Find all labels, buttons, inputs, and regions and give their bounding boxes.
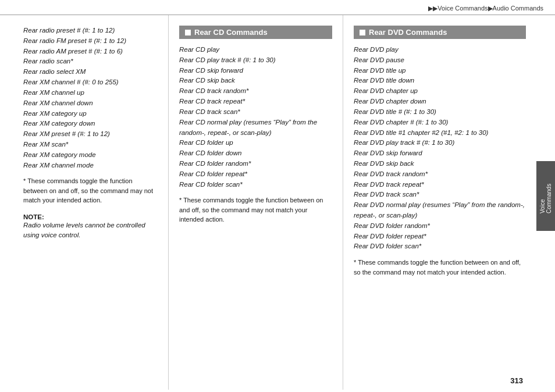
list-item: Rear CD skip forward <box>179 66 332 76</box>
list-item: Rear CD track random* <box>179 86 332 97</box>
list-item: Rear CD track scan* <box>179 107 332 117</box>
left-command-list: Rear radio preset # (#: 1 to 12)Rear rad… <box>23 26 158 170</box>
list-item: Rear DVD chapter # (#: 1 to 30) <box>354 117 526 128</box>
list-item: Rear DVD pause <box>354 55 526 66</box>
list-item: Rear XM category up <box>23 109 158 119</box>
list-item: Rear DVD skip forward <box>354 148 526 159</box>
list-item: Rear XM channel up <box>23 88 158 98</box>
rear-cd-section-title: Rear CD Commands <box>194 28 268 37</box>
list-item: Rear CD play <box>179 45 332 55</box>
list-item: Rear DVD skip back <box>354 159 526 169</box>
list-item: Rear CD folder down <box>179 148 332 159</box>
note-block: NOTE: Radio volume levels cannot be cont… <box>23 213 158 241</box>
rear-dvd-section-title: Rear DVD Commands <box>369 28 447 37</box>
list-item: Rear radio FM preset # (#: 1 to 12) <box>23 36 158 47</box>
rear-dvd-section-header: Rear DVD Commands <box>354 26 526 39</box>
list-item: Rear radio preset # (#: 1 to 12) <box>23 26 158 36</box>
section-header-square-dvd <box>360 30 365 35</box>
list-item: Rear DVD play <box>354 45 526 55</box>
list-item: Rear CD play track # (#: 1 to 30) <box>179 55 332 66</box>
middle-footnote: * These commands toggle the function bet… <box>179 195 332 224</box>
list-item: Rear DVD folder random* <box>354 221 526 231</box>
right-column: Rear DVD Commands Rear DVD playRear DVD … <box>343 15 555 390</box>
list-item: Rear CD folder scan* <box>179 180 332 190</box>
list-item: Rear CD normal play (resumes “Play” from… <box>179 117 332 138</box>
page-number: 313 <box>510 376 523 385</box>
list-item: Rear DVD normal play (resumes “Play” fro… <box>354 200 526 221</box>
left-column: Rear radio preset # (#: 1 to 12)Rear rad… <box>0 15 169 390</box>
note-text: Radio volume levels cannot be controlled… <box>23 220 158 241</box>
list-item: Rear CD folder up <box>179 138 332 148</box>
list-item: Rear DVD title # (#: 1 to 30) <box>354 107 526 117</box>
list-item: Rear XM scan* <box>23 140 158 150</box>
top-header: ▶▶Voice Commands▶Audio Commands <box>0 0 555 15</box>
breadcrumb: ▶▶Voice Commands▶Audio Commands <box>428 5 543 12</box>
list-item: Rear DVD chapter up <box>354 86 526 97</box>
list-item: Rear DVD track scan* <box>354 190 526 200</box>
right-footnote: * These commands toggle the function bet… <box>354 258 526 277</box>
right-command-list: Rear DVD playRear DVD pauseRear DVD titl… <box>354 45 526 252</box>
list-item: Rear radio select XM <box>23 67 158 77</box>
rear-cd-section-header: Rear CD Commands <box>179 26 332 39</box>
list-item: Rear XM channel down <box>23 98 158 109</box>
side-tab-label: Voice Commands <box>539 179 552 213</box>
list-item: Rear DVD folder scan* <box>354 241 526 252</box>
list-item: Rear DVD track random* <box>354 169 526 180</box>
list-item: Rear CD folder repeat* <box>179 169 332 180</box>
list-item: Rear DVD folder repeat* <box>354 231 526 242</box>
left-footnote: * These commands toggle the function bet… <box>23 176 158 205</box>
list-item: Rear DVD track repeat* <box>354 180 526 190</box>
list-item: Rear XM channel # (#: 0 to 255) <box>23 77 158 88</box>
list-item: Rear CD skip back <box>179 76 332 86</box>
list-item: Rear radio scan* <box>23 56 158 67</box>
list-item: Rear radio AM preset # (#: 1 to 6) <box>23 47 158 57</box>
list-item: Rear DVD title up <box>354 66 526 76</box>
list-item: Rear XM category down <box>23 119 158 129</box>
note-label: NOTE: <box>23 213 158 220</box>
list-item: Rear DVD title down <box>354 76 526 86</box>
main-content: Rear radio preset # (#: 1 to 12)Rear rad… <box>0 15 555 390</box>
side-tab: Voice Commands <box>536 161 555 231</box>
list-item: Rear CD folder random* <box>179 159 332 169</box>
list-item: Rear DVD play track # (#: 1 to 30) <box>354 138 526 148</box>
middle-column: Rear CD Commands Rear CD playRear CD pla… <box>169 15 343 390</box>
list-item: Rear DVD chapter down <box>354 97 526 107</box>
section-header-square <box>185 30 191 35</box>
middle-command-list: Rear CD playRear CD play track # (#: 1 t… <box>179 45 332 190</box>
list-item: Rear CD track repeat* <box>179 97 332 107</box>
list-item: Rear XM channel mode <box>23 161 158 171</box>
list-item: Rear XM preset # (#: 1 to 12) <box>23 129 158 140</box>
list-item: Rear XM category mode <box>23 150 158 161</box>
list-item: Rear DVD title #1 chapter #2 (#1, #2: 1 … <box>354 128 526 138</box>
